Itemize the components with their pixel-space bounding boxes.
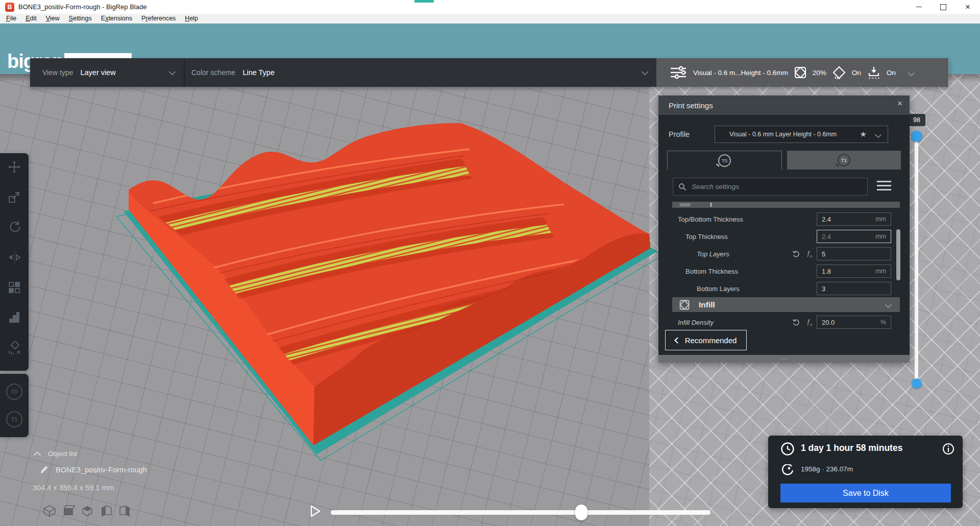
simulation-slider-handle[interactable] bbox=[575, 505, 587, 520]
extruder-t0-label: T0 bbox=[11, 389, 18, 395]
app-icon: B bbox=[5, 3, 14, 12]
panel-title: Print settings bbox=[669, 101, 713, 110]
menu-item-help[interactable]: Help bbox=[180, 14, 203, 23]
settings-search-box[interactable] bbox=[673, 178, 868, 196]
extruder-t0-icon: T0 bbox=[718, 154, 731, 167]
maximize-icon bbox=[940, 4, 946, 10]
setting-row: Top Thickness 2.4 mm bbox=[658, 228, 900, 245]
revert-icon[interactable] bbox=[792, 318, 800, 326]
star-icon[interactable]: ★ bbox=[860, 130, 867, 139]
view-top-icon[interactable] bbox=[81, 505, 94, 517]
setting-input[interactable]: 20.0 % bbox=[817, 316, 891, 329]
close-icon: × bbox=[965, 0, 970, 14]
profile-label: Profile bbox=[669, 126, 690, 143]
sliders-icon bbox=[670, 66, 687, 79]
support-value: On bbox=[852, 69, 861, 77]
extruder-t0-button[interactable]: T0 bbox=[6, 384, 22, 400]
chevron-up-icon bbox=[34, 451, 41, 458]
minimize-icon bbox=[916, 7, 922, 7]
minimize-button[interactable] bbox=[906, 0, 931, 14]
preview-toolbar: View type Layer view Color scheme Line T… bbox=[30, 58, 949, 87]
color-scheme-label: Color scheme bbox=[191, 68, 235, 77]
setting-input[interactable]: 2.4 mm bbox=[817, 212, 891, 226]
panel-header: Print settings × bbox=[658, 95, 910, 115]
chevron-down-icon bbox=[642, 68, 648, 75]
settings-scrollbar[interactable] bbox=[896, 229, 900, 280]
close-button[interactable]: × bbox=[955, 0, 980, 14]
menu-item-file[interactable]: File bbox=[2, 14, 21, 23]
setting-row: Bottom Layers 3 bbox=[658, 280, 900, 297]
object-dimensions: 304.4 x 359.4 x 59.1 mm bbox=[33, 484, 114, 492]
search-icon bbox=[678, 183, 687, 191]
pencil-icon bbox=[40, 465, 48, 474]
layer-number-badge: 98 bbox=[908, 114, 925, 126]
setting-label: Top Thickness bbox=[685, 233, 728, 241]
clock-icon bbox=[780, 442, 795, 456]
scale-tool-icon[interactable] bbox=[8, 190, 21, 204]
infill-value: 20% bbox=[813, 69, 826, 77]
chevron-down-icon bbox=[875, 131, 881, 138]
setting-label: Bottom Layers bbox=[697, 285, 740, 293]
profile-dropdown[interactable]: Visual - 0.6 mm Layer Height - 0.6mm ★ bbox=[715, 126, 888, 143]
extruder-sidebar: T0 T1 bbox=[0, 374, 29, 437]
extruder-t1-button[interactable]: T1 bbox=[6, 411, 22, 427]
settings-menu-icon[interactable] bbox=[877, 181, 891, 190]
maximize-button[interactable] bbox=[931, 0, 955, 14]
function-icon[interactable]: ƒx bbox=[806, 249, 812, 258]
close-icon[interactable]: × bbox=[897, 99, 902, 109]
view-front-icon[interactable] bbox=[62, 505, 75, 517]
layer-slider-top-handle[interactable] bbox=[911, 131, 922, 142]
notification-strip bbox=[414, 0, 434, 3]
material-usage: 1958g · 236.07m bbox=[801, 465, 853, 473]
object-name: BONE3_positiv-Form-rough bbox=[56, 466, 147, 474]
support-blocker-icon[interactable] bbox=[8, 311, 21, 324]
category-header-infill[interactable]: Infill bbox=[672, 297, 900, 312]
setting-input[interactable]: 5 bbox=[817, 247, 891, 260]
layer-slider-track[interactable] bbox=[915, 132, 918, 387]
category-label: Infill bbox=[699, 300, 715, 309]
menu-item-view[interactable]: View bbox=[41, 14, 64, 23]
chevron-down-icon bbox=[885, 301, 892, 308]
menu-item-preferences[interactable]: Preferences bbox=[137, 14, 180, 23]
function-icon[interactable]: ƒx bbox=[806, 318, 812, 327]
setting-input[interactable]: 3 bbox=[817, 282, 891, 295]
menu-item-extensions[interactable]: Extensions bbox=[96, 14, 137, 23]
save-to-disk-button[interactable]: Save to Disk bbox=[780, 484, 951, 503]
menu-bar: FileEditViewSettingsExtensionsPreference… bbox=[0, 14, 980, 23]
menu-item-settings[interactable]: Settings bbox=[64, 14, 96, 23]
menu-item-edit[interactable]: Edit bbox=[21, 14, 41, 23]
revert-icon[interactable] bbox=[792, 250, 800, 258]
object-list-item[interactable]: BONE3_positiv-Form-rough bbox=[40, 465, 147, 474]
play-button[interactable] bbox=[308, 505, 322, 518]
adhesion-value: On bbox=[887, 69, 896, 77]
chevron-left-icon bbox=[674, 337, 681, 344]
layer-slider-bottom-handle[interactable] bbox=[912, 378, 922, 389]
move-tool-icon[interactable] bbox=[8, 160, 21, 174]
view-left-icon[interactable] bbox=[100, 505, 113, 517]
profile-summary: Visual - 0.6 m...Height - 0.6mm bbox=[693, 69, 788, 77]
print-settings-panel: Print settings × Profile Visual - 0.6 mm… bbox=[658, 95, 910, 363]
recommended-button[interactable]: Recommended bbox=[665, 330, 747, 350]
tab-extruder-t0[interactable]: T0 bbox=[667, 151, 782, 170]
view-3d-icon[interactable] bbox=[43, 505, 56, 517]
view-right-icon[interactable] bbox=[118, 505, 132, 517]
chevron-down-icon bbox=[908, 69, 915, 76]
infill-icon bbox=[794, 66, 806, 79]
rotate-tool-icon[interactable] bbox=[8, 221, 21, 234]
setting-input-focused[interactable]: 2.4 mm bbox=[817, 230, 891, 243]
view-type-label: View type bbox=[42, 68, 73, 77]
mirror-tool-icon[interactable] bbox=[8, 251, 21, 264]
tab-extruder-t1[interactable]: T1 bbox=[787, 151, 901, 170]
color-scheme-dropdown[interactable]: Color scheme Line Type bbox=[184, 58, 656, 87]
window-title: BONE3_positiv-Form-rough - BigRep Blade bbox=[18, 0, 146, 14]
panel-resize-handle[interactable]: ⋯ bbox=[658, 355, 910, 363]
simulation-slider-track[interactable] bbox=[331, 510, 710, 515]
info-icon[interactable] bbox=[942, 443, 954, 455]
custom-supports-icon[interactable] bbox=[8, 341, 21, 354]
view-type-dropdown[interactable]: View type Layer view bbox=[30, 58, 184, 87]
per-model-settings-icon[interactable] bbox=[8, 281, 21, 294]
print-settings-summary-button[interactable]: Visual - 0.6 m...Height - 0.6mm 20% On O… bbox=[656, 58, 948, 87]
search-input[interactable] bbox=[691, 182, 867, 191]
object-list-toggle[interactable]: Object list bbox=[35, 450, 77, 458]
setting-input[interactable]: 1.8 mm bbox=[817, 265, 891, 278]
